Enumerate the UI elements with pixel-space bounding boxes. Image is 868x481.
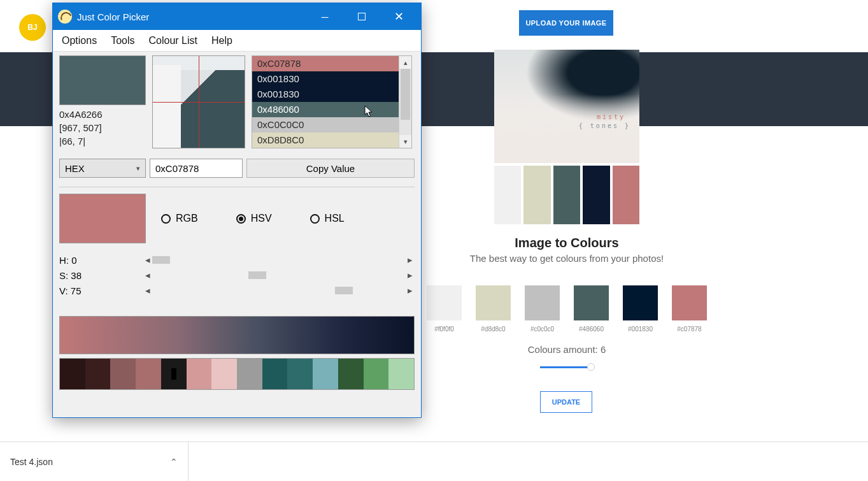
palette-bar-swatch[interactable] [287,359,313,389]
palette-bar-swatch[interactable] [313,359,338,389]
close-button[interactable]: ✕ [380,3,417,30]
sample-swatch-row [494,163,639,224]
menu-options[interactable]: Options [62,35,97,47]
upload-image-button[interactable]: UPLOAD YOUR IMAGE [519,10,613,36]
menu-help[interactable]: Help [211,35,232,47]
palette-item[interactable]: #001830 [623,285,658,333]
v-label: V: 75 [59,285,143,296]
radio-hsl[interactable]: HSL [310,213,345,224]
jcp-window: Just Color Picker ─ ✕ Options Tools Colo… [52,3,422,418]
s-slider[interactable] [152,271,406,279]
palette-bar-swatch[interactable] [237,359,262,389]
maximize-button[interactable] [343,3,380,30]
copy-value-button[interactable]: Copy Value [246,159,415,178]
palette-bar-swatch[interactable] [85,359,111,389]
value-input[interactable] [150,159,243,178]
s-increase[interactable]: ▸ [406,269,415,281]
menu-tools[interactable]: Tools [111,35,134,47]
menu-colourlist[interactable]: Colour List [149,35,197,47]
current-hex: 0x4A6266 [59,108,146,121]
sample-swatch [523,166,550,224]
palette-swatch [574,285,609,320]
colour-list-row[interactable]: 0x001830 [252,71,399,87]
scroll-down-icon[interactable]: ▾ [399,135,411,148]
colour-list-row[interactable]: 0x486060 [252,102,399,117]
palette-bar-swatch[interactable] [161,359,187,389]
palette-label: #001830 [623,326,658,333]
palette-label: #d8d8c0 [476,326,511,333]
v-row: V: 75 ◂ ▸ [59,283,415,298]
palette-label: #486060 [574,326,609,333]
h-decrease[interactable]: ◂ [143,254,152,266]
palette-label: #c07878 [672,326,707,333]
h-label: H: 0 [59,255,143,266]
radio-hsv-label: HSV [251,213,272,224]
palette-bar[interactable] [59,358,415,390]
palette-label: #f0f0f0 [427,326,462,333]
colour-list-row[interactable]: 0xC0C0C0 [252,117,399,133]
avatar[interactable]: BJ [19,14,46,41]
format-select[interactable]: HEX ▾ [59,159,146,178]
palette-bar-swatch[interactable] [187,359,212,389]
current-diff: |66, 7| [59,134,146,148]
palette-bar-swatch[interactable] [262,359,288,389]
gradient-bar[interactable] [59,316,415,354]
h-increase[interactable]: ▸ [406,254,415,266]
palette-bar-swatch[interactable] [110,359,136,389]
sample-swatch [613,166,639,224]
v-decrease[interactable]: ◂ [143,285,152,296]
radio-hsv[interactable]: HSV [236,213,272,224]
h-row: H: 0 ◂ ▸ [59,252,415,268]
palette-bar-swatch[interactable] [388,359,414,389]
headline-sub: The best way to get colours from your ph… [427,253,707,264]
palette-item[interactable]: #d8d8c0 [476,285,511,333]
palette-item[interactable]: #486060 [574,285,609,333]
palette-item[interactable]: #f0f0f0 [427,285,462,333]
palette-label: #c0c0c0 [525,326,560,333]
radio-rgb[interactable]: RGB [161,213,198,224]
sample-swatch [494,166,521,224]
jcp-logo-icon [58,10,72,24]
scroll-up-icon[interactable]: ▴ [399,56,411,69]
sample-image-card: misty { tones } [494,50,639,224]
palette-bar-swatch[interactable] [60,359,85,389]
chevron-up-icon: ⌃ [170,457,178,467]
colour-list-row[interactable]: 0xD8D8C0 [252,133,399,148]
headline-title: Image to Colours [427,236,707,250]
palette-bar-swatch[interactable] [364,359,389,389]
s-decrease[interactable]: ◂ [143,269,152,281]
h-slider[interactable] [152,256,406,264]
jcp-menubar: Options Tools Colour List Help [53,30,421,52]
jcp-titlebar[interactable]: Just Color Picker ─ ✕ [53,3,421,30]
current-coords: [967, 507] [59,121,146,134]
update-button[interactable]: UPDATE [540,391,592,413]
palette-bar-swatch[interactable] [211,359,237,389]
colour-list: 0xC078780x0018300x0018300x4860600xC0C0C0… [252,55,412,148]
v-increase[interactable]: ▸ [406,285,415,296]
colour-list-scrollbar[interactable]: ▴ ▾ [399,56,411,148]
radio-hsl-label: HSL [325,213,345,224]
palette-item[interactable]: #c07878 [672,285,707,333]
s-row: S: 38 ◂ ▸ [59,268,415,283]
colour-list-row[interactable]: 0xC07878 [252,56,399,71]
sample-image: misty { tones } [494,50,639,163]
palette-swatch [623,285,658,320]
sample-label-1: misty [597,113,625,120]
palette-swatch [525,285,560,320]
headline: Image to Colours The best way to get col… [427,236,707,264]
download-file-chip[interactable]: Test 4.json ⌃ [0,442,189,481]
colour-list-row[interactable]: 0x001830 [252,87,399,102]
v-slider[interactable] [152,287,406,294]
model-radios: RGB HSV HSL [161,213,345,224]
colours-amount: Colours amount: 6 [427,344,707,355]
sample-label-2: { tones } [579,122,630,129]
palette-bar-swatch[interactable] [338,359,364,389]
palette-item[interactable]: #c0c0c0 [525,285,560,333]
selected-colour-swatch [59,194,146,243]
file-name: Test 4.json [10,457,53,467]
palette-bar-swatch[interactable] [136,359,161,389]
minimize-button[interactable]: ─ [306,3,343,30]
colours-amount-slider[interactable] [540,363,594,371]
radio-rgb-label: RGB [176,213,198,224]
palette-swatch [427,285,462,320]
